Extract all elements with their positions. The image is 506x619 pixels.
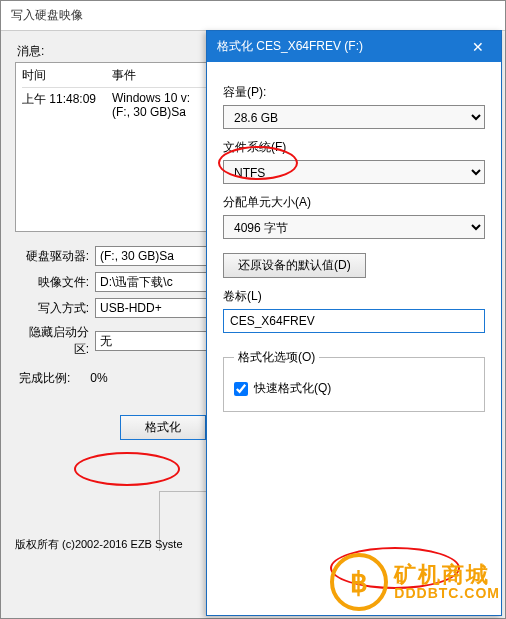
capacity-select[interactable]: 28.6 GB [223,105,485,129]
format-dialog: 格式化 CES_X64FREV (F:) ✕ 容量(P): 28.6 GB 文件… [206,30,502,616]
progress-label: 完成比例: [19,371,70,385]
hidden-boot-label: 隐藏启动分区: [15,324,95,358]
format-button[interactable]: 格式化 [120,415,206,440]
format-options-group: 格式化选项(O) 快速格式化(Q) [223,349,485,412]
log-col-time: 时间 [22,67,112,84]
close-icon[interactable]: ✕ [465,39,491,55]
capacity-label: 容量(P): [223,84,485,101]
log-time: 上午 11:48:09 [22,91,112,119]
copyright-text: 版权所有 (c)2002-2016 EZB Syste [15,537,183,552]
volume-label-input[interactable] [223,309,485,333]
volume-label-label: 卷标(L) [223,288,485,305]
format-options-legend: 格式化选项(O) [234,349,319,366]
restore-defaults-button[interactable]: 还原设备的默认值(D) [223,253,366,278]
write-mode-label: 写入方式: [15,300,95,317]
filesystem-label: 文件系统(F) [223,139,485,156]
filesystem-select[interactable]: NTFS [223,160,485,184]
quick-format-label: 快速格式化(Q) [254,380,331,397]
format-dialog-title: 格式化 CES_X64FREV (F:) [217,38,363,55]
format-dialog-body: 容量(P): 28.6 GB 文件系统(F) NTFS 分配单元大小(A) 40… [207,62,501,424]
allocation-select[interactable]: 4096 字节 [223,215,485,239]
format-dialog-titlebar: 格式化 CES_X64FREV (F:) ✕ [207,31,501,62]
quick-format-row[interactable]: 快速格式化(Q) [234,380,474,397]
log-col-event: 事件 [112,67,136,84]
log-event: Windows 10 v: (F:, 30 GB)Sa [112,91,190,119]
allocation-label: 分配单元大小(A) [223,194,485,211]
image-label: 映像文件: [15,274,95,291]
drive-label: 硬盘驱动器: [15,248,95,265]
quick-format-checkbox[interactable] [234,382,248,396]
progress-value: 0% [90,371,107,385]
main-window-title: 写入硬盘映像 [1,1,505,31]
